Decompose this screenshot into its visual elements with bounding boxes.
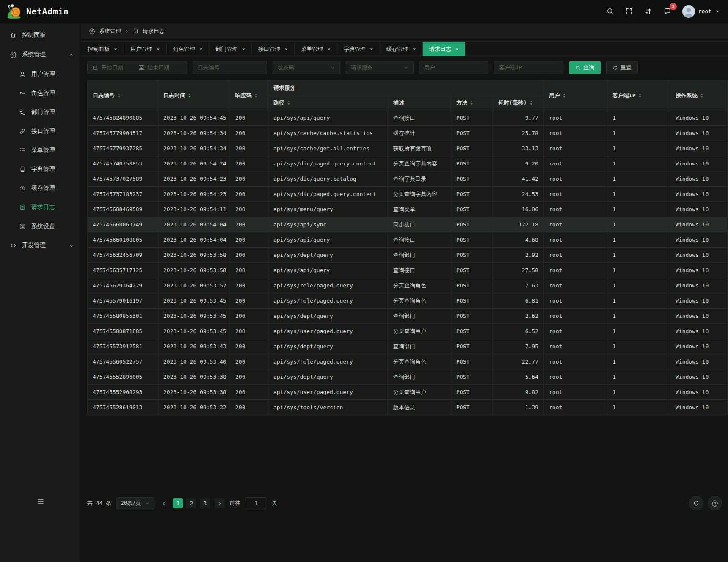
sidebar-item[interactable]: 角色管理 <box>0 83 81 102</box>
cell-duration: 6.81 <box>493 293 544 309</box>
app-logo[interactable]: NetAdmin <box>6 3 69 19</box>
table-row[interactable]: 475745779937285 2023-10-26 09:54:34 200 … <box>88 141 728 156</box>
refresh-fab-button[interactable] <box>689 496 703 510</box>
search-button[interactable] <box>605 6 615 16</box>
table-row[interactable]: 475745824890885 2023-10-26 09:54:45 200 … <box>88 110 728 126</box>
date-range-input[interactable]: 开始日期 至 结束日期 <box>87 61 187 74</box>
tab-close-icon[interactable]: × <box>370 46 373 52</box>
column-header-user[interactable]: 用户 <box>544 81 607 110</box>
page-button[interactable]: 1 <box>173 498 183 508</box>
date-start-placeholder: 开始日期 <box>101 64 136 72</box>
prev-page-button[interactable]: ‹ <box>159 499 168 507</box>
table-row[interactable]: 475745688469509 2023-10-26 09:54:11 200 … <box>88 202 728 217</box>
tab-close-icon[interactable]: × <box>327 46 331 52</box>
breadcrumb-item-page[interactable]: 请求日志 <box>143 28 165 35</box>
tab[interactable]: 控制面板 × <box>81 42 124 56</box>
table-row[interactable]: 475745660063749 2023-10-26 09:54:04 200 … <box>88 217 728 232</box>
table-row[interactable]: 475745660108805 2023-10-26 09:54:04 200 … <box>88 232 728 248</box>
sidebar-item[interactable]: 请求日志 <box>0 198 81 217</box>
cell-method: POST <box>451 369 493 385</box>
sidebar-item[interactable]: 接口管理 <box>0 121 81 140</box>
cell-status: 200 <box>230 248 268 263</box>
table-row[interactable]: 475745580855301 2023-10-26 09:53:45 200 … <box>88 309 728 324</box>
table-row[interactable]: 475745740750853 2023-10-26 09:54:24 200 … <box>88 156 728 171</box>
sidebar-item[interactable]: 系统设置 <box>0 217 81 236</box>
table-row[interactable]: 475745635717125 2023-10-26 09:53:58 200 … <box>88 263 728 278</box>
service-select[interactable]: 请求服务 <box>346 61 414 74</box>
tab[interactable]: 缓存管理 × <box>380 42 423 56</box>
table-row[interactable]: 475745580871685 2023-10-26 09:53:45 200 … <box>88 324 728 339</box>
tab[interactable]: 角色管理 × <box>167 42 210 56</box>
cell-method: POST <box>451 141 493 156</box>
goto-page-input[interactable]: 1 <box>245 497 267 509</box>
user-menu[interactable]: root <box>682 5 720 18</box>
status-code-select[interactable]: 状态码 <box>273 61 340 74</box>
sidebar-item[interactable]: 系统管理 <box>0 45 81 64</box>
sidebar-item[interactable]: 菜单管理 <box>0 140 81 160</box>
tab[interactable]: 部门管理 × <box>209 42 252 56</box>
column-header-status[interactable]: 响应码 <box>230 81 268 110</box>
table-row[interactable]: 475745737027589 2023-10-26 09:54:23 200 … <box>88 171 728 187</box>
table-row[interactable]: 475745579016197 2023-10-26 09:53:45 200 … <box>88 293 728 309</box>
search-submit-button[interactable]: 查询 <box>569 61 601 74</box>
tab-close-icon[interactable]: × <box>284 46 288 52</box>
tab-close-icon[interactable]: × <box>157 46 160 52</box>
table-row[interactable]: 475745573912581 2023-10-26 09:53:43 200 … <box>88 339 728 354</box>
sidebar-collapse-button[interactable] <box>37 498 44 505</box>
breadcrumb-item-section[interactable]: 系统管理 <box>99 28 121 35</box>
column-header-log-id[interactable]: 日志编号 <box>88 81 158 110</box>
client-ip-input[interactable]: 客户端IP <box>494 61 563 74</box>
column-header-path[interactable]: 路径 <box>268 95 388 110</box>
sidebar-item[interactable]: 部门管理 <box>0 102 81 121</box>
date-separator: 至 <box>139 64 144 72</box>
tab[interactable]: 接口管理 × <box>252 42 295 56</box>
chevron-down-icon <box>330 65 335 70</box>
cell-log-time: 2023-10-26 09:54:23 <box>158 171 230 187</box>
table-row[interactable]: 475745528619013 2023-10-26 09:53:32 200 … <box>88 400 728 415</box>
table-row[interactable]: 475745629364229 2023-10-26 09:53:57 200 … <box>88 278 728 293</box>
table-row[interactable]: 475745779904517 2023-10-26 09:54:34 200 … <box>88 126 728 141</box>
column-header-desc[interactable]: 描述 <box>388 95 451 110</box>
next-page-button[interactable]: › <box>215 498 225 508</box>
settings-fab-button[interactable] <box>708 496 722 510</box>
table-row[interactable]: 475745737183237 2023-10-26 09:54:23 200 … <box>88 187 728 202</box>
column-header-log-time[interactable]: 日志时间 <box>158 81 230 110</box>
tab[interactable]: 用户管理 × <box>124 42 167 56</box>
page-button[interactable]: 3 <box>200 498 210 508</box>
page-button[interactable]: 2 <box>186 498 196 508</box>
column-header-os[interactable]: 操作系统 <box>670 81 728 110</box>
sidebar-item[interactable]: 缓存管理 <box>0 179 81 198</box>
column-header-client-ip[interactable]: 客户端IP <box>607 81 670 110</box>
tab-close-icon[interactable]: × <box>242 46 245 52</box>
cell-log-id: 475745688469509 <box>88 202 158 217</box>
sort-switch-button[interactable] <box>643 6 653 16</box>
tab-close-icon[interactable]: × <box>114 46 117 52</box>
table-row[interactable]: 475745560522757 2023-10-26 09:53:40 200 … <box>88 354 728 369</box>
table-row[interactable]: 475745632456709 2023-10-26 09:53:58 200 … <box>88 248 728 263</box>
cell-path: api/sys/dept/query <box>268 309 388 324</box>
tab-close-icon[interactable]: × <box>413 46 416 52</box>
page-size-select[interactable]: 20条/页 <box>116 497 154 509</box>
sidebar-item[interactable]: 控制面板 <box>0 25 81 45</box>
tab[interactable]: 字典管理 × <box>337 42 380 56</box>
reset-button-label: 重置 <box>620 64 631 72</box>
cell-log-time: 2023-10-26 09:53:45 <box>158 324 230 339</box>
fullscreen-button[interactable] <box>624 6 634 16</box>
tab[interactable]: 菜单管理 × <box>295 42 337 56</box>
table-row[interactable]: 475745552908293 2023-10-26 09:53:38 200 … <box>88 385 728 400</box>
sidebar-item[interactable]: 开发管理 <box>0 236 81 255</box>
tab-close-icon[interactable]: × <box>199 46 203 52</box>
log-id-input[interactable]: 日志编号 <box>193 61 267 74</box>
reset-button[interactable]: 重置 <box>606 61 638 74</box>
table-row[interactable]: 475745552896005 2023-10-26 09:53:38 200 … <box>88 369 728 385</box>
user-input[interactable]: 用户 <box>419 61 488 74</box>
tab[interactable]: 请求日志 × <box>423 42 466 56</box>
sidebar-item[interactable]: 用户管理 <box>0 64 81 83</box>
notifications-button[interactable]: 3 <box>662 6 672 16</box>
cell-path: api/sys/dic/paged.query.content <box>268 156 388 171</box>
column-header-method[interactable]: 方法 <box>451 95 493 110</box>
column-header-duration[interactable]: 耗时(毫秒) <box>493 95 544 110</box>
cell-os: Windows 10 <box>670 263 728 278</box>
tab-close-icon[interactable]: × <box>455 46 459 52</box>
sidebar-item[interactable]: 字典管理 <box>0 160 81 179</box>
